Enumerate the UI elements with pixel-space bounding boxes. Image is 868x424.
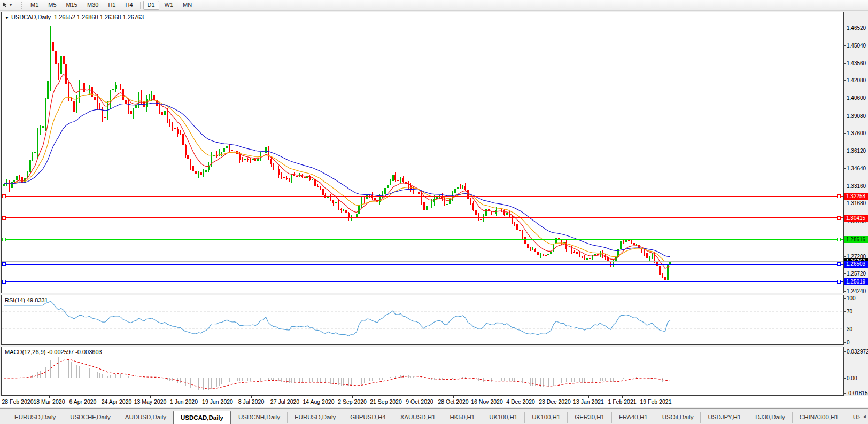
time-axis-tick: [83, 396, 83, 398]
time-axis-tick: [453, 396, 454, 398]
chart-tab-eurusd-daily[interactable]: EURUSD,Daily: [7, 412, 63, 423]
timeframe-button-M15[interactable]: M15: [62, 1, 82, 10]
timeframe-button-M5[interactable]: M5: [44, 1, 60, 10]
time-axis-label: 13 May 2020: [134, 398, 167, 405]
rsi-value: 49.8331: [27, 297, 48, 303]
macd-axis-label: 0.032972: [847, 348, 868, 355]
timeframe-button-M30[interactable]: M30: [83, 1, 103, 10]
chart-tab-gbpusd-h4[interactable]: GBPUSD,H4: [343, 412, 392, 423]
collapse-triangle-icon[interactable]: ▼: [5, 15, 9, 20]
time-axis-label: 13 Jan 2021: [573, 398, 604, 405]
chart-tab-bar: EURUSD,DailyUSDCHF,DailyAUDUSD,DailyUSDC…: [0, 408, 868, 424]
price-axis-label: 1.25720: [847, 270, 868, 277]
price-axis-label: 1.43560: [847, 60, 868, 67]
time-axis-tick: [622, 396, 623, 398]
chart-tab-eurusd-daily[interactable]: EURUSD,Daily: [287, 412, 343, 423]
macd-title: MACD(12,26,9) -0.002597 -0.003603: [5, 349, 102, 355]
axis-tick-mark: [843, 329, 846, 329]
time-axis-label: 9 Oct 2020: [406, 398, 433, 405]
time-axis-tick: [386, 396, 386, 398]
chart-tab-dj30-daily[interactable]: DJ30,Daily: [748, 412, 792, 423]
axis-tick-mark: [843, 203, 846, 203]
toolbar-separator: [140, 2, 141, 9]
axis-tick-mark: [843, 133, 846, 134]
time-axis-tick: [588, 396, 589, 398]
price-axis-label: 1.37600: [847, 130, 868, 137]
time-axis-label: 19 Jun 2020: [202, 398, 233, 405]
horizontal-line-1.30415[interactable]: [2, 216, 843, 219]
tab-scroll-left-icon[interactable]: ◄: [860, 414, 868, 419]
time-axis-tick: [420, 396, 420, 398]
time-axis-tick: [218, 396, 218, 398]
toolbar-separator: [15, 2, 16, 9]
horizontal-line-1.26503[interactable]: [2, 263, 843, 266]
time-axis-label: 27 Jul 2020: [270, 398, 299, 405]
chart-tab-ger30-h1[interactable]: GER30,H1: [567, 412, 611, 423]
timeframe-toolbar: ▾ M1M5M15M30H1H4D1W1MN: [0, 0, 868, 11]
rsi-plot[interactable]: [2, 295, 843, 344]
horizontal-line-1.28616[interactable]: [2, 238, 843, 241]
macd-axis-label: 0.00: [847, 375, 868, 382]
chart-tab-uk100-h1[interactable]: UK100,H1: [482, 412, 524, 423]
price-tag-1.30415: 1.30415: [844, 215, 868, 222]
chart-tab-audusd-daily[interactable]: AUDUSD,Daily: [118, 412, 173, 423]
price-tag-1.25019: 1.25019: [844, 278, 868, 285]
macd-label: MACD(12,26,9): [5, 349, 45, 355]
chart-tab-usoil-[interactable]: USOil,: [846, 412, 860, 423]
timeframe-button-MN[interactable]: MN: [179, 1, 196, 10]
time-axis-label: 18 Mar 2020: [34, 398, 65, 405]
time-axis-tick: [184, 396, 184, 398]
chart-tab-uk100-h1[interactable]: UK100,H1: [524, 412, 567, 423]
chart-title: ▼USDCAD,Daily 1.26552 1.26860 1.26368 1.…: [5, 14, 144, 20]
chart-tab-hk50-h1[interactable]: HK50,H1: [443, 412, 482, 423]
chart-tab-usdcad-daily[interactable]: USDCAD,Daily: [173, 411, 231, 424]
horizontal-line-1.32258[interactable]: [2, 195, 843, 198]
moving-average-slow: [4, 103, 670, 257]
price-axis-label: 1.36120: [847, 147, 868, 154]
chart-tab-usdchf-daily[interactable]: USDCHF,Daily: [63, 412, 117, 423]
chart-tab-fra40-h1[interactable]: FRA40,H1: [611, 412, 655, 423]
axis-tick-mark: [843, 45, 846, 46]
timeframe-button-D1[interactable]: D1: [143, 1, 159, 10]
macd-indicator-pane[interactable]: MACD(12,26,9) -0.002597 -0.003603: [1, 347, 844, 396]
axis-tick-mark: [843, 28, 846, 28]
chart-tab-usdcnh-daily[interactable]: USDCNH,Daily: [231, 412, 287, 423]
axis-tick-mark: [843, 298, 846, 299]
time-axis[interactable]: 28 Feb 202018 Mar 20206 Apr 202024 Apr 2…: [0, 396, 868, 407]
axis-tick-mark: [843, 273, 846, 274]
timeframe-button-H4[interactable]: H4: [121, 1, 137, 10]
macd-plot[interactable]: [2, 347, 843, 395]
timeframe-button-W1[interactable]: W1: [160, 1, 178, 10]
axis-tick-mark: [843, 98, 846, 98]
chart-tab-usdjpy-h1[interactable]: USDJPY,H1: [700, 412, 748, 423]
rsi-indicator-pane[interactable]: RSI(14) 49.8331: [1, 295, 844, 345]
axis-tick-mark: [843, 186, 846, 186]
chart-tab-xauusd-h1[interactable]: XAUUSD,H1: [393, 412, 443, 423]
cursor-tool-button[interactable]: ▾: [0, 1, 13, 9]
price-axis-label: 1.34640: [847, 165, 868, 172]
time-axis-tick: [555, 396, 555, 398]
rsi-label: RSI(14): [5, 297, 25, 303]
time-axis-tick: [352, 396, 353, 398]
main-chart-pane[interactable]: ▼USDCAD,Daily 1.26552 1.26860 1.26368 1.…: [1, 12, 844, 293]
timeframe-button-M1[interactable]: M1: [26, 1, 43, 10]
toolbar-grip-handle[interactable]: [21, 2, 24, 9]
chevron-down-icon[interactable]: ▾: [10, 3, 12, 7]
candlestick-chart[interactable]: [2, 12, 843, 293]
axis-tick-mark: [843, 256, 846, 257]
horizontal-line-1.25019[interactable]: [2, 280, 843, 284]
price-axis-label: 1.42080: [847, 77, 868, 84]
axis-tick-mark: [843, 393, 846, 394]
time-axis-label: 2 Sep 2020: [338, 398, 367, 405]
chart-tab-usoil-daily[interactable]: USOil,Daily: [655, 412, 701, 423]
price-axis-label: 1.40600: [847, 95, 868, 101]
price-axis-label: 1.31680: [847, 200, 868, 207]
axis-tick-mark: [843, 116, 846, 116]
time-axis-tick: [319, 396, 319, 398]
chart-tab-china300-h1[interactable]: CHINA300,H1: [792, 412, 846, 423]
axis-tick-mark: [843, 151, 846, 151]
timeframe-button-H1[interactable]: H1: [104, 1, 120, 10]
price-axis-label: 1.33160: [847, 183, 868, 190]
time-axis-label: 6 Apr 2020: [69, 398, 97, 405]
rsi-axis-label: 100: [847, 295, 868, 302]
